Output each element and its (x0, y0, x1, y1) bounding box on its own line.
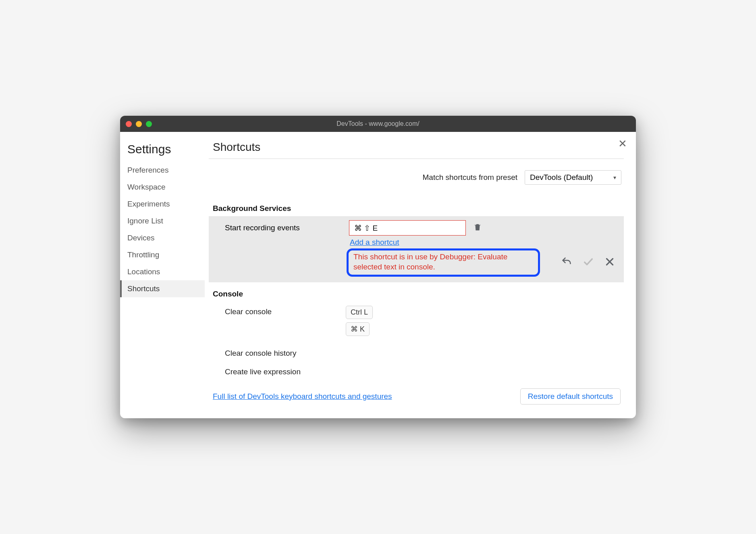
traffic-lights (126, 121, 152, 127)
close-icon[interactable]: ✕ (618, 138, 627, 149)
confirm-icon (583, 256, 594, 269)
shortcut-input[interactable] (349, 220, 466, 236)
sidebar-item-devices[interactable]: Devices (120, 229, 205, 246)
editing-shortcut-row: Start recording events Add a shortcut Th… (209, 216, 624, 282)
sidebar-item-preferences[interactable]: Preferences (120, 162, 205, 179)
titlebar: DevTools - www.google.com/ (120, 116, 636, 132)
sidebar-item-label: Throttling (127, 250, 159, 259)
sidebar-item-label: Shortcuts (127, 284, 160, 293)
sidebar-item-workspace[interactable]: Workspace (120, 179, 205, 196)
section-background-services: Background Services (213, 204, 624, 213)
sidebar-item-label: Workspace (127, 183, 166, 191)
window-title: DevTools - www.google.com/ (120, 120, 636, 127)
shortcut-row-clear-console-history[interactable]: Clear console history (209, 343, 624, 362)
shortcuts-footer: Full list of DevTools keyboard shortcuts… (209, 380, 624, 406)
shortcut-row-create-live-expression[interactable]: Create live expression (209, 362, 624, 380)
shortcut-conflict-callout: This shortcut is in use by Debugger: Eva… (347, 248, 540, 276)
cancel-icon[interactable] (604, 257, 615, 269)
add-shortcut-link[interactable]: Add a shortcut (350, 238, 399, 247)
sidebar-item-label: Preferences (127, 166, 168, 174)
sidebar-item-label: Ignore List (127, 217, 163, 225)
preset-select-value: DevTools (Default) (530, 173, 593, 181)
sidebar-item-label: Locations (127, 267, 160, 276)
shortcuts-panel: Shortcuts Match shortcuts from preset De… (205, 132, 636, 418)
sidebar-heading: Settings (120, 140, 205, 162)
full-shortcuts-list-link[interactable]: Full list of DevTools keyboard shortcuts… (213, 392, 392, 401)
minimize-window-button[interactable] (136, 121, 142, 127)
close-window-button[interactable] (126, 121, 132, 127)
sidebar-item-locations[interactable]: Locations (120, 263, 205, 280)
restore-defaults-button[interactable]: Restore default shortcuts (520, 388, 621, 405)
devtools-window: DevTools - www.google.com/ ✕ Settings Pr… (120, 116, 636, 418)
sidebar-item-label: Experiments (127, 200, 170, 208)
shortcut-error-text: This shortcut is in use by Debugger: Eva… (353, 252, 533, 272)
sidebar-item-shortcuts[interactable]: Shortcuts (120, 280, 205, 297)
shortcut-key: Ctrl L (346, 306, 373, 319)
sidebar-item-ignore-list[interactable]: Ignore List (120, 213, 205, 229)
maximize-window-button[interactable] (146, 121, 152, 127)
shortcut-label: Clear console (225, 306, 346, 316)
shortcut-label: Clear console history (225, 347, 346, 358)
settings-sidebar: Settings Preferences Workspace Experimen… (120, 132, 205, 418)
sidebar-item-experiments[interactable]: Experiments (120, 196, 205, 213)
preset-label: Match shortcuts from preset (423, 173, 517, 182)
settings-content: ✕ Settings Preferences Workspace Experim… (120, 132, 636, 418)
sidebar-item-throttling[interactable]: Throttling (120, 246, 205, 263)
section-console: Console (213, 290, 624, 298)
page-title: Shortcuts (209, 141, 624, 159)
shortcut-label: Start recording events (225, 223, 342, 232)
shortcut-label: Create live expression (225, 366, 346, 376)
shortcut-key: ⌘ K (346, 322, 370, 336)
shortcut-row-clear-console[interactable]: Clear console Ctrl L ⌘ K (209, 302, 624, 343)
preset-row: Match shortcuts from preset DevTools (De… (209, 170, 624, 185)
undo-icon[interactable] (561, 256, 572, 269)
sidebar-item-label: Devices (127, 234, 155, 242)
delete-shortcut-icon[interactable] (473, 223, 482, 233)
edit-actions (561, 256, 617, 269)
preset-select[interactable]: DevTools (Default) (525, 170, 621, 185)
